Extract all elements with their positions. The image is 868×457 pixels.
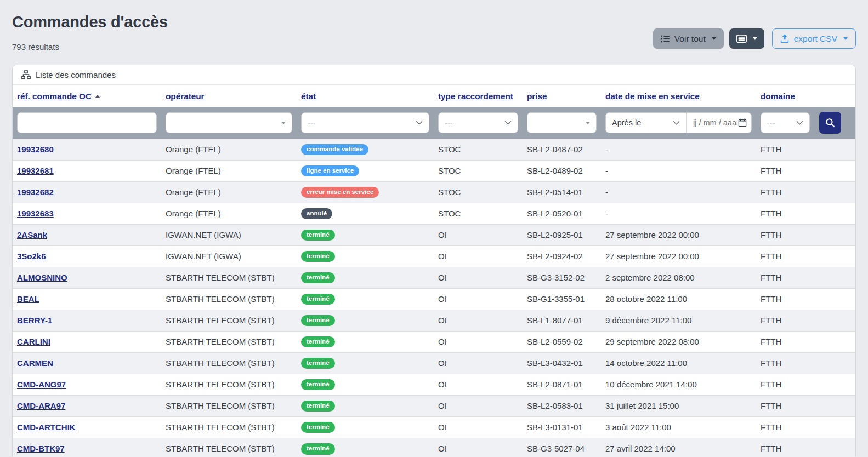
domaine-cell: FTTH xyxy=(756,245,855,267)
operator-cell: STBARTH TELECOM (STBT) xyxy=(161,288,297,310)
status-cell: terminé xyxy=(297,331,434,352)
ref-cell: 3So2k6 xyxy=(13,245,161,267)
status-cell: terminé xyxy=(297,267,434,288)
prise-cell: SB-L2-0924-02 xyxy=(523,245,601,267)
operator-cell: IGWAN.NET (IGWA) xyxy=(161,224,297,245)
prise-cell: SB-G1-3355-01 xyxy=(523,288,601,310)
ref-cell: 19932681 xyxy=(13,160,161,181)
status-cell: terminé xyxy=(297,374,434,395)
operator-cell: Orange (FTEL) xyxy=(161,139,297,160)
status-badge: erreur mise en service xyxy=(301,187,379,198)
type-raccordement-cell: OI xyxy=(434,288,523,310)
column-header-etat[interactable]: état xyxy=(301,92,316,101)
type-raccordement-cell: OI xyxy=(434,395,523,416)
date-mise-en-service-cell: 28 octobre 2022 11:00 xyxy=(601,288,756,310)
filter-ref-input[interactable] xyxy=(17,112,157,133)
card-header-label: Liste des commandes xyxy=(36,70,116,79)
table-row: BEALSTBARTH TELECOM (STBT)terminéOISB-G1… xyxy=(13,288,855,310)
card-header: Liste des commandes xyxy=(13,65,855,85)
filter-domaine-select[interactable]: --- xyxy=(761,112,810,133)
status-cell: terminé xyxy=(297,245,434,267)
voir-tout-label: Voir tout xyxy=(674,34,706,44)
date-mise-en-service-cell: - xyxy=(601,139,756,160)
column-header-date-mise-en-service[interactable]: date de mise en service xyxy=(605,92,700,101)
voir-tout-button[interactable]: Voir tout xyxy=(653,28,724,49)
order-ref-link[interactable]: 19932681 xyxy=(17,166,54,175)
column-header-type-raccordement[interactable]: type raccordement xyxy=(438,92,513,101)
filter-etat-select[interactable]: --- xyxy=(301,112,429,133)
order-ref-link[interactable]: 19932680 xyxy=(17,145,54,154)
status-cell: terminé xyxy=(297,310,434,331)
domaine-cell: FTTH xyxy=(756,416,855,438)
operator-cell: STBARTH TELECOM (STBT) xyxy=(161,310,297,331)
operator-cell: Orange (FTEL) xyxy=(161,160,297,181)
order-ref-link[interactable]: 2ASank xyxy=(17,230,47,239)
order-ref-link[interactable]: 3So2k6 xyxy=(17,252,46,261)
date-mise-en-service-cell: 27 septembre 2022 00:00 xyxy=(601,245,756,267)
status-badge: terminé xyxy=(301,358,335,369)
operator-cell: STBARTH TELECOM (STBT) xyxy=(161,438,297,457)
domaine-cell: FTTH xyxy=(756,352,855,374)
column-header-ref[interactable]: réf. commande OC xyxy=(17,92,92,101)
export-csv-button[interactable]: export CSV xyxy=(772,28,856,49)
filter-date-mode-select[interactable]: Après le xyxy=(605,112,687,133)
status-badge: terminé xyxy=(301,443,335,455)
order-ref-link[interactable]: BERRY-1 xyxy=(17,316,52,325)
column-header-prise[interactable]: prise xyxy=(527,92,547,101)
operator-cell: STBARTH TELECOM (STBT) xyxy=(161,416,297,438)
operator-cell: STBARTH TELECOM (STBT) xyxy=(161,352,297,374)
view-options-button[interactable] xyxy=(729,28,764,49)
status-cell: ligne en service xyxy=(297,160,434,181)
filter-operateur-select[interactable] xyxy=(166,112,292,133)
table-row: CMD-ARA97STBARTH TELECOM (STBT)terminéOI… xyxy=(13,395,855,416)
export-csv-label: export CSV xyxy=(794,34,837,44)
type-raccordement-cell: STOC xyxy=(434,160,523,181)
filter-date-input[interactable] xyxy=(692,118,738,128)
type-raccordement-cell: OI xyxy=(434,438,523,457)
domaine-cell: FTTH xyxy=(756,267,855,288)
order-ref-link[interactable]: ALMOSNINO xyxy=(17,273,67,282)
order-ref-link[interactable]: 19932683 xyxy=(17,209,54,218)
column-header-domaine[interactable]: domaine xyxy=(761,92,795,101)
order-ref-link[interactable]: BEAL xyxy=(17,294,39,304)
operator-cell: STBARTH TELECOM (STBT) xyxy=(161,331,297,352)
type-raccordement-cell: OI xyxy=(434,374,523,395)
type-raccordement-cell: OI xyxy=(434,352,523,374)
column-header-operateur[interactable]: opérateur xyxy=(166,92,205,101)
date-mise-en-service-cell: - xyxy=(601,160,756,181)
search-icon xyxy=(825,118,835,128)
chevron-down-icon xyxy=(796,121,803,125)
status-badge: annulé xyxy=(301,208,332,220)
order-ref-link[interactable]: CARLINI xyxy=(17,337,50,346)
dropdown-caret-icon xyxy=(281,122,286,124)
ref-cell: ALMOSNINO xyxy=(13,267,161,288)
date-mise-en-service-cell: 14 octobre 2022 11:00 xyxy=(601,352,756,374)
order-ref-link[interactable]: CMD-ARTCHIK xyxy=(17,422,76,432)
search-button[interactable] xyxy=(819,112,841,134)
status-cell: terminé xyxy=(297,438,434,457)
domaine-cell: FTTH xyxy=(756,331,855,352)
chevron-down-icon xyxy=(504,121,512,125)
ref-cell: 19932682 xyxy=(13,181,161,203)
order-ref-link[interactable]: CMD-ARA97 xyxy=(17,401,65,410)
status-badge: commande validée xyxy=(301,144,368,156)
operator-cell: Orange (FTEL) xyxy=(161,181,297,203)
type-raccordement-cell: OI xyxy=(434,310,523,331)
dropdown-caret-icon xyxy=(586,122,590,124)
type-raccordement-cell: OI xyxy=(434,245,523,267)
order-ref-link[interactable]: CMD-BTK97 xyxy=(17,444,65,453)
order-ref-link[interactable]: CMD-ANG97 xyxy=(17,380,66,389)
column-label: état xyxy=(301,92,316,101)
table-list-icon xyxy=(736,35,747,43)
date-mise-en-service-cell: 27 avril 2022 14:00 xyxy=(601,438,756,457)
filter-type-select[interactable]: --- xyxy=(438,112,518,133)
ref-cell: CMD-ANG97 xyxy=(13,374,161,395)
order-ref-link[interactable]: CARMEN xyxy=(17,358,53,368)
prise-cell: SB-G3-5027-04 xyxy=(523,438,601,457)
prise-cell: SB-L3-0432-01 xyxy=(523,352,601,374)
prise-cell: SB-L2-0520-01 xyxy=(523,203,601,224)
status-badge: terminé xyxy=(301,251,335,262)
filter-prise-select[interactable] xyxy=(527,112,597,133)
status-cell: annulé xyxy=(297,203,434,224)
order-ref-link[interactable]: 19932682 xyxy=(17,187,54,197)
